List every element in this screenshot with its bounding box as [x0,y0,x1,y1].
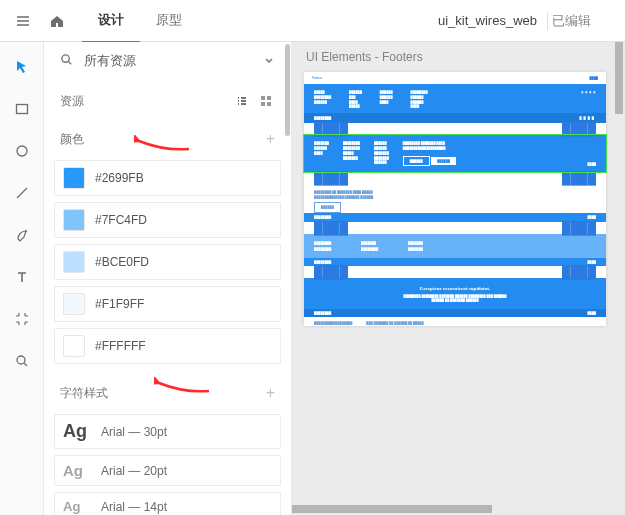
pen-tool[interactable] [0,214,44,256]
select-tool[interactable] [0,46,44,88]
char-style-label: Arial — 20pt [101,464,167,478]
footer-block[interactable]: ██████████████████ ███ ███████ ██ ██████… [304,317,606,326]
text-tool[interactable] [0,256,44,298]
annotation-arrow [154,377,214,397]
footer-block[interactable]: █████████████████ ██████████████████████… [304,135,606,172]
footer-block[interactable]: ████████ [304,222,606,234]
swatch-chip [63,251,85,273]
svg-point-4 [62,55,69,62]
svg-point-1 [17,146,27,156]
assets-panel: 所有资源 资源 颜色 + #2699FB [44,42,292,515]
color-swatch[interactable]: #FFFFFF [54,328,281,364]
swatch-chip [63,167,85,189]
color-swatch[interactable]: #F1F9FF [54,286,281,322]
canvas-scrollbar-h[interactable] [292,505,492,513]
home-icon[interactable] [40,0,74,42]
svg-rect-5 [261,96,265,100]
char-style[interactable]: Ag Arial — 30pt [54,414,281,449]
section-resources: 资源 [44,78,291,116]
svg-point-2 [25,230,27,232]
swatch-chip [63,335,85,357]
grid-view-icon[interactable] [257,92,275,110]
swatch-label: #BCE0FD [95,255,149,269]
main-area: 所有资源 资源 颜色 + #2699FB [0,42,625,515]
svg-rect-7 [261,102,265,106]
artboard[interactable]: Footers████ ███████████████████ ████████… [304,72,606,326]
annotation-arrow [134,135,194,155]
svg-rect-6 [267,96,271,100]
char-style[interactable]: Ag Arial — 14pt [54,492,281,515]
footer-block[interactable]: ████████████████ ███████████████ ███████… [304,234,606,266]
canvas[interactable]: UI Elements - Footers Footers████ ██████… [292,42,625,515]
footer-block[interactable]: ████████ [304,172,606,184]
swatch-chip [63,293,85,315]
top-bar: 设计 原型 ui_kit_wires_web 已编辑 [0,0,625,42]
char-style[interactable]: Ag Arial — 20pt [54,455,281,486]
artboard-tool[interactable] [0,298,44,340]
swatch-label: #F1F9FF [95,297,144,311]
color-swatch[interactable]: #2699FB [54,160,281,196]
tab-design[interactable]: 设计 [82,0,140,43]
document-status: 已编辑 [547,12,619,30]
search-icon [60,53,76,69]
footer-block[interactable]: ███████████████████ ██████████████████ █… [304,84,606,123]
footer-block[interactable]: Excepteur occaeuiecat cupidatat. ███████… [304,278,606,318]
ellipse-tool[interactable] [0,130,44,172]
add-color-icon[interactable]: + [266,130,275,148]
tool-column [0,42,44,515]
swatch-chip [63,209,85,231]
add-charstyle-icon[interactable]: + [266,384,275,402]
char-style-label: Arial — 30pt [101,425,167,439]
assets-search[interactable]: 所有资源 [44,42,291,78]
search-label: 所有资源 [84,52,263,70]
swatch-label: #FFFFFF [95,339,146,353]
footer-block[interactable]: Footers████ [304,72,606,84]
zoom-tool[interactable] [0,340,44,382]
color-swatch[interactable]: #7FC4FD [54,202,281,238]
tab-prototype[interactable]: 原型 [140,0,198,43]
list-view-icon[interactable] [233,92,251,110]
footer-block[interactable]: ████████ ██ ███████ ████ █████ █████████… [304,184,606,221]
color-swatch[interactable]: #BCE0FD [54,244,281,280]
char-style-label: Arial — 14pt [101,500,167,514]
view-toggle [233,92,275,110]
ag-sample: Ag [63,421,91,442]
document-title[interactable]: ui_kit_wires_web [428,13,547,28]
swatch-label: #2699FB [95,171,144,185]
swatch-label: #7FC4FD [95,213,147,227]
svg-rect-0 [16,105,27,114]
ag-sample: Ag [63,462,91,479]
line-tool[interactable] [0,172,44,214]
svg-rect-8 [267,102,271,106]
ag-sample: Ag [63,499,91,514]
chevron-down-icon [263,54,275,69]
svg-point-3 [17,356,25,364]
mode-tabs: 设计 原型 [82,0,198,43]
canvas-scrollbar-v[interactable] [615,42,623,114]
rectangle-tool[interactable] [0,88,44,130]
hamburger-icon[interactable] [6,0,40,42]
footer-headline: Excepteur occaeuiecat cupidatat. [314,286,596,291]
artboard-title[interactable]: UI Elements - Footers [306,50,423,64]
footer-block[interactable]: ████████ [304,266,606,278]
footer-block[interactable]: ████████ [304,123,606,135]
